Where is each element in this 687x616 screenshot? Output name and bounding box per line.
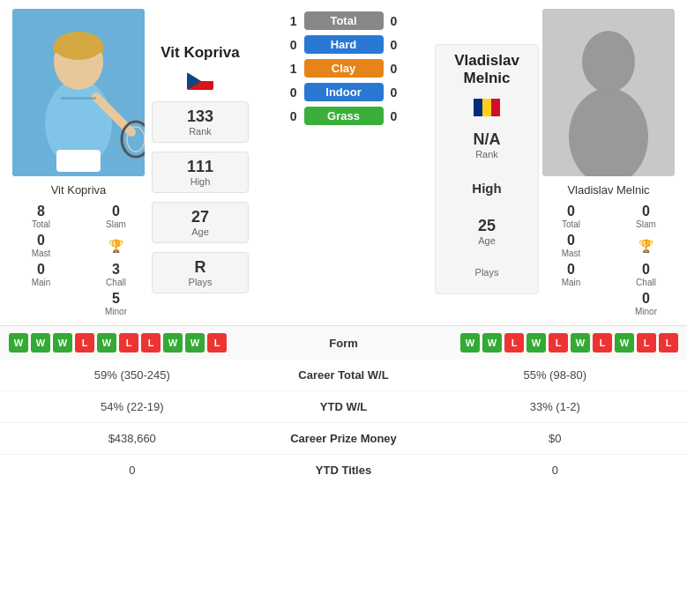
left-trophy-icon: 🏆 (108, 239, 123, 253)
left-player-title: Vit Kopriva (161, 44, 239, 62)
stats-center-label: YTD W/L (256, 400, 432, 413)
left-chall-label: Chall (106, 278, 126, 287)
left-mast-value: 0 (37, 233, 45, 249)
stats-center-label: YTD Titles (256, 464, 432, 477)
form-badge-left: W (163, 333, 183, 353)
main-container: Vit Kopriva 8 Total 0 Slam 0 Mast 🏆 (0, 0, 687, 486)
left-player-stats: 8 Total 0 Slam 0 Mast 🏆 0 Main (9, 204, 148, 316)
right-slam-value: 0 (642, 204, 650, 219)
right-player-title-line2: Melnic (464, 70, 511, 86)
left-player-area: Vit Kopriva 8 Total 0 Slam 0 Mast 🏆 (9, 9, 148, 316)
stats-right-val: 33% (1-2) (432, 400, 679, 413)
scores-area: 1 Total 0 0 Hard 0 1 Clay 0 0 Indoor 0 0 (252, 9, 435, 128)
form-badge-left: W (9, 333, 28, 353)
form-badge-left: L (119, 333, 138, 353)
stats-section: 59% (350-245) Career Total W/L 55% (98-8… (0, 360, 687, 486)
form-badge-left: W (97, 333, 116, 353)
left-chall-value: 3 (112, 262, 120, 278)
svg-rect-4 (54, 46, 103, 53)
left-rank-block: 133 Rank (152, 101, 249, 143)
score-grass-row: 0 Grass 0 (252, 107, 435, 125)
left-player-name: Vit Kopriva (51, 183, 107, 197)
right-total-cell: 0 Total (539, 204, 603, 229)
surface-grass-badge: Grass (304, 107, 384, 125)
right-rank-value: N/A (448, 130, 526, 149)
form-badge-right: W (571, 333, 590, 353)
right-age-block: 25 Age (438, 211, 535, 252)
left-total-cell: 8 Total (9, 204, 73, 229)
score-hard-row: 0 Hard 0 (252, 35, 435, 54)
svg-rect-9 (56, 150, 101, 172)
left-flag (187, 72, 213, 90)
right-plays-block: Plays (438, 261, 535, 284)
left-minor-value: 5 (112, 291, 120, 307)
right-chall-label: Chall (636, 278, 656, 287)
stats-row: 54% (22-19) YTD W/L 33% (1-2) (0, 391, 687, 423)
left-mast-cell: 0 Mast (9, 233, 73, 258)
right-player-stats: 0 Total 0 Slam 0 Mast 🏆 0 Main (539, 204, 678, 316)
left-rank-value: 133 (161, 108, 239, 126)
stats-right-val: 55% (98-80) (432, 368, 679, 382)
right-player-name: Vladislav Melnic (567, 183, 649, 197)
score-clay-left: 1 (269, 62, 304, 76)
right-age-label: Age (448, 235, 526, 246)
left-chall-cell: 3 Chall (84, 262, 148, 287)
stats-center-label: Career Total W/L (256, 368, 432, 382)
right-mast-label: Mast (562, 249, 581, 258)
right-main-cell: 0 Main (539, 262, 603, 287)
right-minor-label: Minor (635, 307, 657, 316)
left-high-label: High (161, 176, 239, 187)
left-minor-cell: 5 Minor (84, 291, 148, 316)
left-slam-label: Slam (106, 219, 126, 229)
left-main-label: Main (32, 278, 51, 287)
right-total-label: Total (562, 219, 580, 229)
flag-ro-blue (474, 99, 482, 116)
right-high-value: High (448, 181, 526, 196)
left-plays-label: Plays (161, 277, 239, 287)
form-badge-left: W (31, 333, 50, 353)
score-indoor-left: 0 (269, 85, 304, 100)
right-minor-value: 0 (642, 291, 650, 307)
form-badge-left: W (53, 333, 72, 353)
left-player-photo (12, 9, 145, 176)
left-main-value: 0 (37, 262, 45, 278)
right-player-title-line1: Vladislav (454, 52, 519, 69)
right-rank-block: N/A Rank (438, 124, 535, 166)
left-rank-label: Rank (161, 126, 239, 137)
form-label: Form (317, 337, 370, 350)
stats-right-val: 0 (432, 464, 679, 477)
right-mast-cell: 0 Mast (539, 233, 603, 258)
left-age-value: 27 (161, 208, 239, 226)
score-total-left: 1 (269, 14, 304, 28)
form-badge-left: L (141, 333, 161, 353)
score-hard-left: 0 (269, 38, 304, 52)
form-badge-left: W (185, 333, 205, 353)
right-plays-label: Plays (448, 267, 526, 278)
form-badge-right: L (593, 333, 612, 353)
top-area: Vit Kopriva 8 Total 0 Slam 0 Mast 🏆 (0, 0, 687, 325)
left-age-block: 27 Age (152, 202, 249, 243)
left-mast-label: Mast (32, 249, 51, 258)
score-hard-right: 0 (384, 38, 419, 52)
right-flag (474, 99, 500, 116)
right-form-badges: WWLWLWLWLL (460, 333, 678, 353)
right-info-area: Vladislav Melnic N/A Rank High 25 Age (435, 44, 539, 294)
left-form-badges: WWWLWLLWWL (9, 333, 227, 353)
right-main-value: 0 (567, 262, 575, 278)
right-minor-cell: 0 Minor (614, 291, 678, 316)
score-indoor-row: 0 Indoor 0 (252, 83, 435, 101)
stats-right-val: $0 (432, 432, 679, 445)
score-grass-left: 0 (269, 109, 304, 123)
score-total-row: 1 Total 0 (252, 11, 435, 30)
left-minor-label: Minor (105, 307, 127, 316)
left-info-area: Vit Kopriva 133 Rank 111 High 27 Age R P… (148, 9, 252, 296)
form-badge-left: L (75, 333, 94, 353)
score-grass-right: 0 (384, 109, 419, 123)
right-player-area: Vladislav Melnic 0 Total 0 Slam 0 Mast 🏆 (539, 9, 678, 316)
left-slam-value: 0 (112, 204, 120, 219)
svg-rect-8 (61, 97, 96, 100)
surface-clay-badge: Clay (304, 59, 384, 78)
right-mast-value: 0 (567, 233, 575, 249)
form-badge-right: L (549, 333, 568, 353)
svg-point-11 (582, 31, 635, 93)
